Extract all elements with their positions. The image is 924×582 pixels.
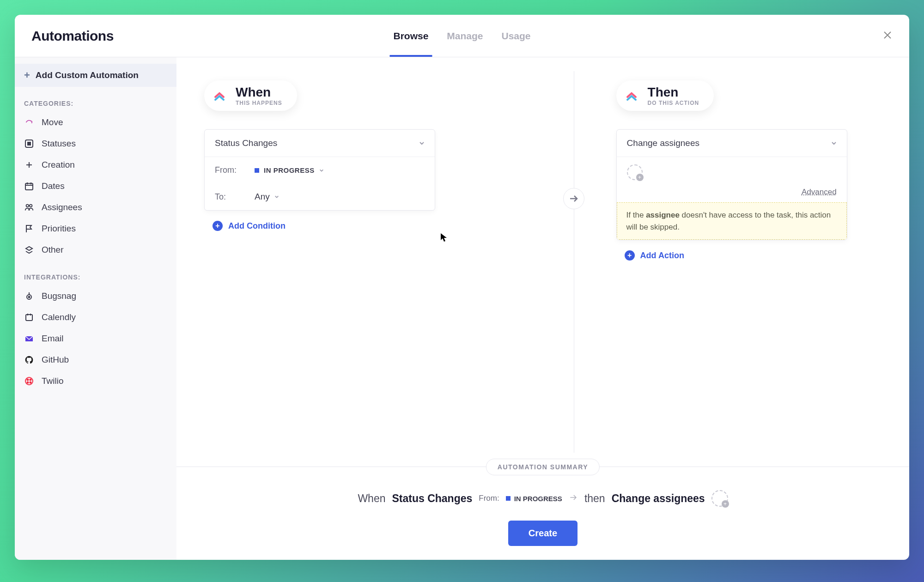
modal-title: Automations xyxy=(31,28,114,44)
sidebar-item-calendly[interactable]: Calendly xyxy=(15,307,176,328)
then-subtitle: DO THIS ACTION xyxy=(648,100,699,106)
add-condition-label: Add Condition xyxy=(228,221,286,231)
sidebar-item-other[interactable]: Other xyxy=(15,239,176,261)
plus-circle-icon: + xyxy=(625,250,635,261)
sidebar-item-statuses[interactable]: Statuses xyxy=(15,133,176,154)
to-status-select[interactable]: Any xyxy=(255,192,279,202)
arrow-right-icon xyxy=(569,492,578,505)
assignee-area xyxy=(617,157,847,186)
to-status-label: Any xyxy=(255,192,270,202)
action-card: Change assignees Advanced If the assigne… xyxy=(616,129,847,240)
create-button[interactable]: Create xyxy=(508,521,578,546)
sidebar-item-label: GitHub xyxy=(42,355,69,365)
tab-manage[interactable]: Manage xyxy=(447,15,483,57)
summary-action: Change assignees xyxy=(612,492,705,505)
cursor-icon xyxy=(440,233,448,244)
header-tabs: Browse Manage Usage xyxy=(393,15,530,57)
plus-icon: + xyxy=(24,69,30,81)
advanced-link[interactable]: Advanced xyxy=(617,186,847,202)
sidebar-item-dates[interactable]: Dates xyxy=(15,176,176,197)
close-icon xyxy=(882,30,893,40)
center-divider xyxy=(574,71,574,453)
summary-trigger: Status Changes xyxy=(392,492,472,505)
close-button[interactable] xyxy=(882,30,893,42)
add-condition-button[interactable]: + Add Condition xyxy=(213,221,435,231)
svg-point-6 xyxy=(29,297,30,298)
trigger-value: Status Changes xyxy=(215,138,277,148)
add-action-button[interactable]: + Add Action xyxy=(625,250,847,261)
layers-icon xyxy=(24,245,34,255)
when-title: When xyxy=(236,85,282,100)
add-assignee-button[interactable] xyxy=(627,164,643,180)
sidebar-item-move[interactable]: Move xyxy=(15,112,176,133)
sidebar-item-creation[interactable]: Creation xyxy=(15,154,176,176)
summary-assignee-placeholder[interactable] xyxy=(711,490,728,507)
when-subtitle: THIS HAPPENS xyxy=(236,100,282,106)
tab-usage[interactable]: Usage xyxy=(502,15,531,57)
clickup-logo-icon xyxy=(211,87,228,104)
sidebar-item-label: Dates xyxy=(42,181,65,191)
github-icon xyxy=(24,355,34,365)
sidebar-item-label: Other xyxy=(42,245,64,255)
trigger-card: Status Changes From: IN PROGRESS xyxy=(204,129,435,211)
clickup-logo-icon xyxy=(623,87,640,104)
move-icon xyxy=(24,117,34,127)
chevron-down-icon xyxy=(319,168,324,173)
from-status-select[interactable]: IN PROGRESS xyxy=(255,166,324,174)
to-label: To: xyxy=(215,192,242,202)
to-row: To: Any xyxy=(205,183,435,210)
sidebar-item-github[interactable]: GitHub xyxy=(15,349,176,370)
status-color-icon xyxy=(506,496,511,501)
arrow-right-icon xyxy=(568,193,579,204)
access-warning: If the assignee doesn't have access to t… xyxy=(617,202,847,240)
add-custom-automation-button[interactable]: + Add Custom Automation xyxy=(15,64,176,87)
svg-point-8 xyxy=(25,377,33,385)
summary-then: then xyxy=(584,492,605,505)
sidebar-item-label: Priorities xyxy=(42,224,76,234)
trigger-select[interactable]: Status Changes xyxy=(205,130,435,157)
svg-point-4 xyxy=(30,205,32,207)
categories-heading: CATEGORIES: xyxy=(15,87,176,112)
plus-circle-icon: + xyxy=(213,221,223,231)
automation-builder: When THIS HAPPENS Status Changes Fro xyxy=(176,57,909,467)
sidebar-item-twilio[interactable]: Twilio xyxy=(15,370,176,392)
action-select[interactable]: Change assignees xyxy=(617,130,847,157)
sidebar-item-label: Assignees xyxy=(42,202,82,212)
chevron-down-icon xyxy=(831,138,837,148)
when-column: When THIS HAPPENS Status Changes Fro xyxy=(204,80,435,231)
from-status-label: IN PROGRESS xyxy=(264,166,315,174)
chevron-down-icon xyxy=(274,194,279,199)
svg-point-10 xyxy=(30,379,31,381)
sidebar-item-email[interactable]: Email xyxy=(15,328,176,349)
creation-icon xyxy=(24,160,34,170)
sidebar-item-label: Bugsnag xyxy=(42,291,76,301)
sidebar-item-label: Statuses xyxy=(42,139,76,149)
sidebar-item-label: Move xyxy=(42,117,63,127)
action-value: Change assignees xyxy=(627,138,699,148)
calendly-icon xyxy=(24,312,34,322)
from-row: From: IN PROGRESS xyxy=(205,157,435,183)
svg-rect-7 xyxy=(26,315,32,321)
flag-icon xyxy=(24,224,34,234)
status-icon xyxy=(24,139,34,149)
main-panel: When THIS HAPPENS Status Changes Fro xyxy=(176,57,909,560)
summary-from-label: From: xyxy=(479,494,499,503)
add-custom-automation-label: Add Custom Automation xyxy=(36,70,139,80)
tab-browse[interactable]: Browse xyxy=(393,15,428,57)
sidebar-item-label: Creation xyxy=(42,160,75,170)
integrations-heading: INTEGRATIONS: xyxy=(15,261,176,285)
summary-from-status: IN PROGRESS xyxy=(506,495,562,503)
summary-when: When xyxy=(358,492,385,505)
sidebar-item-label: Email xyxy=(42,333,64,344)
svg-point-11 xyxy=(27,382,29,383)
twilio-icon xyxy=(24,376,34,386)
sidebar-item-bugsnag[interactable]: Bugsnag xyxy=(15,285,176,307)
from-label: From: xyxy=(215,165,242,175)
flow-arrow xyxy=(563,188,584,209)
sidebar-item-priorities[interactable]: Priorities xyxy=(15,218,176,239)
sidebar-item-label: Twilio xyxy=(42,376,64,386)
calendar-icon xyxy=(24,181,34,191)
status-color-icon xyxy=(255,168,259,173)
sidebar-item-assignees[interactable]: Assignees xyxy=(15,197,176,218)
summary-text: When Status Changes From: IN PROGRESS th… xyxy=(358,490,728,507)
